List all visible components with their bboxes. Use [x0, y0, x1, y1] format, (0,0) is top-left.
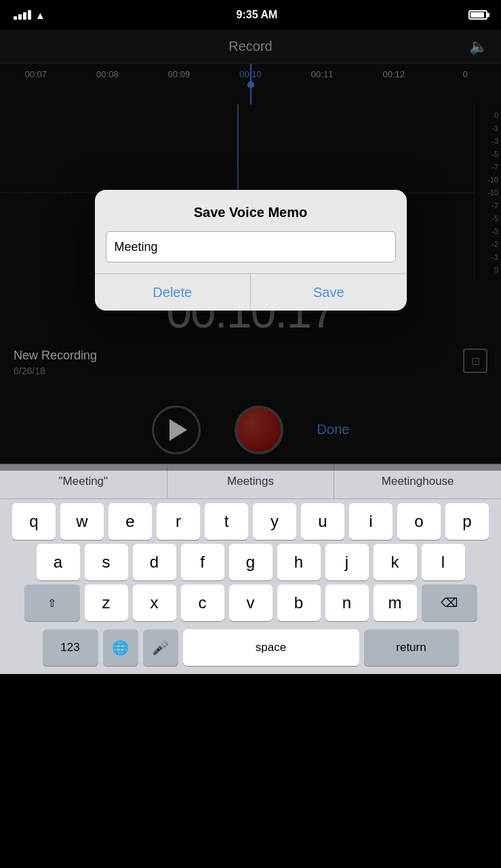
globe-key[interactable]: 🌐 — [103, 629, 138, 666]
battery-fill — [470, 12, 484, 18]
key-p[interactable]: p — [445, 503, 489, 540]
key-z[interactable]: z — [85, 585, 128, 621]
wifi-icon: ▲ — [35, 9, 45, 21]
key-o[interactable]: o — [397, 503, 441, 540]
status-left: ▲ — [14, 9, 45, 21]
key-n[interactable]: n — [325, 585, 369, 621]
key-q[interactable]: q — [12, 503, 56, 540]
delete-button[interactable]: Delete — [95, 274, 251, 311]
signal-bars — [14, 10, 31, 20]
numbers-key[interactable]: 123 — [43, 629, 98, 666]
save-button[interactable]: Save — [251, 274, 407, 311]
key-h[interactable]: h — [277, 544, 321, 580]
key-d[interactable]: d — [133, 544, 176, 580]
mic-key[interactable]: 🎤 — [143, 629, 178, 666]
modal-buttons: Delete Save — [95, 273, 407, 311]
battery-icon — [468, 10, 487, 20]
key-r[interactable]: r — [157, 503, 200, 540]
key-k[interactable]: k — [374, 544, 417, 580]
bar1 — [14, 16, 17, 20]
bar4 — [28, 10, 31, 20]
bar2 — [18, 14, 22, 20]
key-t[interactable]: t — [205, 503, 248, 540]
keyboard-row-4: 123 🌐 🎤 space return — [0, 621, 501, 674]
key-m[interactable]: m — [374, 585, 417, 621]
keyboard-row-3: ⇧ z x c v b n m ⌫ — [0, 580, 501, 621]
key-x[interactable]: x — [133, 585, 176, 621]
keyboard: q w e r t y u i o p a s d f g h j k l ⇧ … — [0, 499, 501, 674]
key-a[interactable]: a — [37, 544, 80, 580]
keyboard-row-2: a s d f g h j k l — [0, 540, 501, 580]
key-j[interactable]: j — [325, 544, 369, 580]
key-f[interactable]: f — [181, 544, 224, 580]
key-w[interactable]: w — [60, 503, 104, 540]
return-key[interactable]: return — [364, 629, 459, 666]
keyboard-row-1: q w e r t y u i o p — [0, 499, 501, 540]
key-l[interactable]: l — [422, 544, 465, 580]
bar3 — [23, 12, 26, 20]
delete-key[interactable]: ⌫ — [422, 585, 477, 621]
key-b[interactable]: b — [277, 585, 321, 621]
key-u[interactable]: u — [301, 503, 344, 540]
keyboard-bottom-row: 123 🌐 🎤 space return — [3, 625, 498, 666]
key-s[interactable]: s — [85, 544, 128, 580]
save-voice-memo-modal: Save Voice Memo Delete Save — [95, 190, 407, 311]
memo-name-input[interactable] — [106, 231, 396, 262]
status-bar: ▲ 9:35 AM — [0, 0, 501, 30]
key-e[interactable]: e — [108, 503, 152, 540]
modal-title: Save Voice Memo — [95, 190, 407, 231]
key-g[interactable]: g — [229, 544, 273, 580]
key-i[interactable]: i — [349, 503, 393, 540]
key-y[interactable]: y — [253, 503, 296, 540]
modal-overlay: Save Voice Memo Delete Save — [0, 30, 501, 471]
modal-input-wrap — [95, 231, 407, 273]
key-c[interactable]: c — [181, 585, 224, 621]
shift-key[interactable]: ⇧ — [24, 585, 80, 621]
space-key[interactable]: space — [183, 629, 359, 666]
status-time: 9:35 AM — [237, 9, 278, 21]
key-v[interactable]: v — [229, 585, 273, 621]
